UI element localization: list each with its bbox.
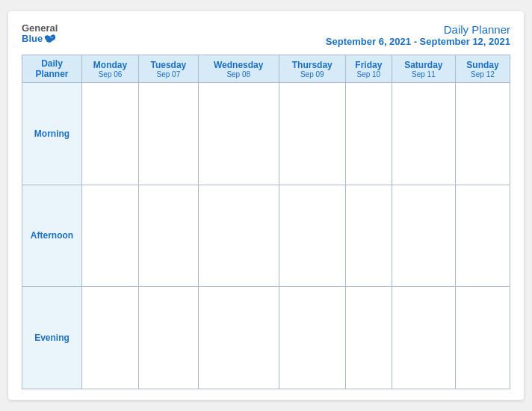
evening-wednesday[interactable] bbox=[198, 287, 279, 389]
afternoon-monday[interactable] bbox=[82, 185, 139, 287]
afternoon-sunday[interactable] bbox=[455, 185, 510, 287]
logo-bird-icon bbox=[44, 34, 56, 44]
header-monday: Monday Sep 06 bbox=[82, 55, 139, 83]
evening-sunday[interactable] bbox=[455, 287, 510, 389]
title-sub: September 6, 2021 - September 12, 2021 bbox=[326, 36, 510, 47]
morning-monday[interactable] bbox=[82, 83, 139, 185]
evening-thursday[interactable] bbox=[279, 287, 345, 389]
header-sunday: Sunday Sep 12 bbox=[455, 55, 510, 83]
page: General Blue Daily Planner September 6, … bbox=[8, 11, 524, 400]
afternoon-saturday[interactable] bbox=[392, 185, 455, 287]
afternoon-wednesday[interactable] bbox=[198, 185, 279, 287]
morning-sunday[interactable] bbox=[455, 83, 510, 185]
top-header: General Blue Daily Planner September 6, … bbox=[22, 23, 510, 47]
header-thursday: Thursday Sep 09 bbox=[279, 55, 345, 83]
morning-thursday[interactable] bbox=[279, 83, 345, 185]
afternoon-label: Afternoon bbox=[22, 185, 82, 287]
morning-label: Morning bbox=[22, 83, 82, 185]
logo-general-text: General bbox=[22, 23, 58, 34]
header-row: Daily Planner Monday Sep 06 Tuesday Sep … bbox=[22, 55, 510, 83]
morning-tuesday[interactable] bbox=[139, 83, 199, 185]
afternoon-thursday[interactable] bbox=[279, 185, 345, 287]
morning-saturday[interactable] bbox=[392, 83, 455, 185]
evening-saturday[interactable] bbox=[392, 287, 455, 389]
evening-monday[interactable] bbox=[82, 287, 139, 389]
evening-friday[interactable] bbox=[345, 287, 392, 389]
row-morning: Morning bbox=[22, 83, 510, 185]
header-friday: Friday Sep 10 bbox=[345, 55, 392, 83]
header-wednesday: Wednesday Sep 08 bbox=[198, 55, 279, 83]
row-evening: Evening bbox=[22, 287, 510, 389]
row-afternoon: Afternoon bbox=[22, 185, 510, 287]
logo-area: General Blue bbox=[22, 23, 58, 45]
afternoon-tuesday[interactable] bbox=[139, 185, 199, 287]
evening-label: Evening bbox=[22, 287, 82, 389]
header-daily-text: Daily bbox=[24, 58, 80, 69]
evening-tuesday[interactable] bbox=[139, 287, 199, 389]
header-label-col: Daily Planner bbox=[22, 55, 82, 83]
morning-wednesday[interactable] bbox=[198, 83, 279, 185]
afternoon-friday[interactable] bbox=[345, 185, 392, 287]
planner-table: Daily Planner Monday Sep 06 Tuesday Sep … bbox=[22, 55, 510, 389]
title-main: Daily Planner bbox=[326, 23, 510, 36]
header-planner-text: Planner bbox=[24, 69, 80, 79]
header-tuesday: Tuesday Sep 07 bbox=[139, 55, 199, 83]
header-saturday: Saturday Sep 11 bbox=[392, 55, 455, 83]
morning-friday[interactable] bbox=[345, 83, 392, 185]
title-area: Daily Planner September 6, 2021 - Septem… bbox=[326, 23, 510, 47]
logo-blue-text: Blue bbox=[22, 34, 56, 44]
